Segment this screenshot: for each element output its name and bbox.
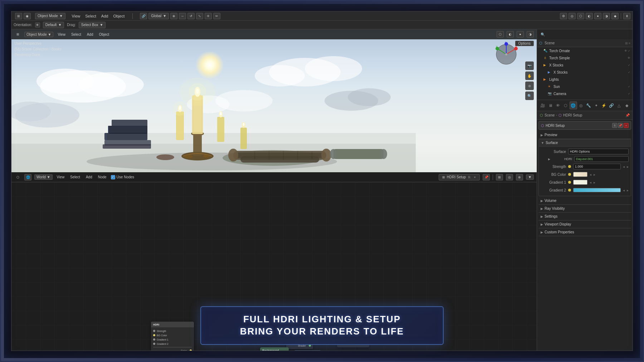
overlay-icon[interactable]: ◎: [569, 13, 576, 19]
gradient2-bar[interactable]: [573, 188, 621, 192]
transform2-icon[interactable]: ✛: [205, 13, 212, 19]
bgcolor-preview[interactable]: [573, 172, 587, 177]
tree-torch-simple[interactable]: 🕯 Torch Simple 👁: [537, 54, 633, 61]
tree-xstocks2[interactable]: ▶ X Stocks ✓: [537, 69, 633, 76]
pause-icon[interactable]: ⏸: [623, 13, 630, 19]
tree-ctrl2[interactable]: ≡: [629, 41, 630, 45]
tree-torch-ornate[interactable]: 🔦 Torch Ornate 👁 ✓: [537, 47, 633, 54]
selectbox-dropdown[interactable]: Select Box ▼: [79, 22, 106, 28]
menu-view[interactable]: View: [70, 13, 83, 19]
orientation-icon[interactable]: ⊕: [35, 23, 40, 28]
props-constraints-icon[interactable]: 🔗: [608, 101, 615, 109]
surface-header[interactable]: ▼ Surface: [539, 139, 631, 147]
ne-world-dropdown[interactable]: World ▼: [34, 174, 53, 180]
ne-fit-icon[interactable]: ⊞: [496, 174, 503, 180]
props-particles-icon[interactable]: ✦: [592, 101, 600, 109]
ray-visibility-section[interactable]: ▶ Ray Visibility: [538, 205, 631, 213]
material-btn[interactable]: ●: [517, 31, 524, 38]
eye-icon2[interactable]: 👁: [628, 56, 630, 60]
hdri-group-node[interactable]: HDRI Strength BG Color Gradient 1 Gradie…: [151, 322, 194, 351]
hdri-copy-btn[interactable]: ⎘: [612, 123, 617, 128]
mix-shader-2[interactable]: Mix Shader Fac Shader Shader Shader: [294, 350, 321, 351]
orientation-dropdown[interactable]: Default ▼: [43, 22, 64, 28]
wireframe-btn[interactable]: ⬡: [497, 31, 504, 38]
gradient2-arrow2[interactable]: ▸: [627, 188, 629, 192]
ne-mode-dropdown2[interactable]: ▼: [526, 174, 534, 180]
props-physics-icon[interactable]: ⚡: [600, 101, 608, 109]
hdri-panel-header[interactable]: ⬡ HDRI Setup ⎘ 📌 ×: [538, 121, 631, 130]
render-preview[interactable]: ◆: [611, 13, 619, 19]
vp-mode-dropdown[interactable]: Object Mode ▼: [24, 32, 53, 37]
gradient1-arrow[interactable]: ◂: [590, 180, 591, 184]
use-nodes-toggle[interactable]: ✓ Use Nodes: [111, 175, 134, 179]
zoom-ctrl[interactable]: 🔍: [525, 91, 534, 100]
scale-icon[interactable]: ⤡: [196, 13, 203, 19]
rotate-icon[interactable]: ↺: [187, 13, 195, 19]
camera-ctrl[interactable]: 📷: [525, 61, 534, 70]
props-world-icon[interactable]: 🌐: [570, 101, 577, 109]
ne-pin-icon[interactable]: 📌: [483, 174, 490, 180]
scene-icon[interactable]: ⚙: [560, 13, 567, 19]
viewport-shading3[interactable]: ●: [594, 13, 601, 19]
object-icon[interactable]: ◉: [24, 13, 31, 19]
props-view-icon[interactable]: 👁: [555, 101, 562, 109]
tree-camera[interactable]: 📷 Camera ✓: [537, 90, 633, 97]
menu-select[interactable]: Select: [83, 13, 98, 19]
navigation-gizmo[interactable]: X Y Z: [494, 42, 519, 67]
global-dropdown[interactable]: Global ▼: [148, 13, 169, 19]
transform-icon[interactable]: ⊕: [170, 13, 177, 19]
ne-menu-node[interactable]: Node: [97, 174, 108, 180]
props-scene-icon[interactable]: ⬡: [562, 101, 569, 109]
custom-props-section[interactable]: ▶ Custom Properties: [538, 228, 631, 236]
rendered-btn[interactable]: ◑: [527, 31, 534, 38]
ne-copy-icon[interactable]: ⎘: [467, 175, 472, 180]
menu-add[interactable]: Add: [99, 13, 111, 19]
vp-menu-object[interactable]: Object: [97, 32, 111, 37]
vp-menu-select[interactable]: Select: [70, 32, 83, 37]
volume-section[interactable]: ▶ Volume: [538, 197, 631, 205]
cam-check[interactable]: ✓: [628, 92, 630, 95]
tree-lights[interactable]: ▶ Lights: [537, 76, 633, 83]
ne-menu-select[interactable]: Select: [69, 174, 82, 180]
surface-value[interactable]: HDRI Options: [568, 149, 629, 154]
gradient1-arrow2[interactable]: ▸: [594, 180, 595, 184]
ne-overlay-icon[interactable]: ◎: [506, 174, 513, 180]
bgcolor-arrow[interactable]: ◂: [590, 173, 591, 177]
tree-ctrl1[interactable]: ⊞: [625, 41, 628, 45]
hdri-pin-btn[interactable]: 📌: [618, 123, 623, 128]
use-nodes-checkbox[interactable]: ✓: [111, 175, 115, 179]
ne-menu-view[interactable]: View: [55, 174, 66, 180]
vp-mode-icon[interactable]: ⊞: [14, 31, 21, 38]
check-icon3[interactable]: ✓: [628, 71, 630, 74]
viewport-shading1[interactable]: ⬡: [577, 13, 584, 19]
viewport-display-section[interactable]: ▶ Viewport Display: [538, 220, 631, 228]
mode-icon[interactable]: ⊞: [15, 13, 22, 19]
ne-menu-add[interactable]: Add: [84, 174, 94, 180]
settings-section[interactable]: ▶ Settings: [538, 213, 631, 220]
tree-sun[interactable]: ☀ Sun ✓: [537, 83, 633, 90]
vp-menu-view[interactable]: View: [56, 32, 67, 37]
move-icon[interactable]: ↔: [179, 13, 186, 19]
viewport-shading2[interactable]: ◐: [586, 13, 593, 19]
props-material-icon[interactable]: ◆: [623, 101, 630, 109]
hdri-value[interactable]: Day.exr.001: [574, 156, 629, 162]
props-data-icon[interactable]: △: [615, 101, 623, 109]
snap-icon[interactable]: 🔗: [140, 13, 147, 19]
move-ctrl[interactable]: ⊕: [525, 81, 534, 90]
ne-close-icon[interactable]: ×: [472, 175, 477, 180]
strength-value[interactable]: 1.000: [573, 164, 621, 169]
pb-pin[interactable]: 📌: [625, 113, 630, 117]
viewport-area[interactable]: ⊞ Object Mode ▼ View Select Add Object ⬡…: [11, 29, 537, 172]
solid-btn[interactable]: ◐: [507, 31, 514, 38]
props-modifier-icon[interactable]: 🔧: [585, 101, 592, 109]
sun-check[interactable]: ✓: [628, 85, 630, 88]
menu-object[interactable]: Object: [111, 13, 127, 19]
props-render-icon[interactable]: 🎥: [539, 101, 546, 109]
props-obj-icon[interactable]: ◎: [577, 101, 585, 109]
hdri-x-btn[interactable]: ×: [624, 123, 629, 128]
ne-mode-icon[interactable]: ⬡: [14, 174, 21, 180]
annotate-icon[interactable]: ✏: [213, 13, 220, 19]
hdri-triangle[interactable]: ▶: [548, 158, 550, 161]
props-output-icon[interactable]: 🖥: [547, 101, 554, 109]
cursor-ctrl[interactable]: ✋: [525, 71, 534, 80]
